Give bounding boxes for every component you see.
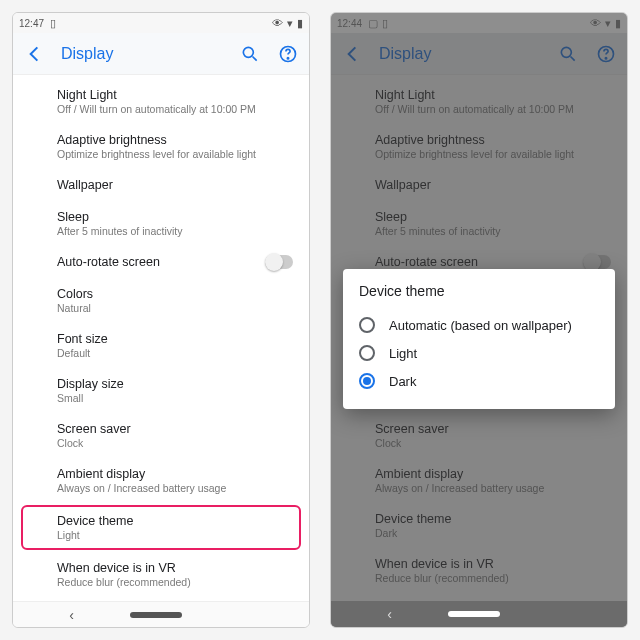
item-vr[interactable]: When device is in VR Reduce blur (recomm… <box>13 552 309 597</box>
item-vr[interactable]: When device is in VR Reduce blur (recomm… <box>331 548 627 593</box>
item-title: Night Light <box>375 88 613 102</box>
device-theme-dialog: Device theme Automatic (based on wallpap… <box>343 269 615 409</box>
item-sub: Clock <box>57 437 295 449</box>
clock: 12:47 <box>19 18 44 29</box>
item-sub: Reduce blur (recommended) <box>375 572 613 584</box>
item-sub: Light <box>57 529 287 541</box>
nav-bar: ‹ <box>13 601 309 627</box>
toggle-switch[interactable] <box>583 255 611 269</box>
app-bar: Display <box>13 33 309 75</box>
wifi-icon: ▾ <box>605 18 611 29</box>
svg-point-3 <box>561 47 571 57</box>
image-icon: ▢ <box>368 18 378 29</box>
item-sub: After 5 minutes of inactivity <box>375 225 613 237</box>
nav-back-icon[interactable]: ‹ <box>69 607 74 623</box>
phone-right: 12:44 ▢ ▯ 👁 ▾ ▮ Display Night Light Off … <box>330 12 628 628</box>
option-automatic[interactable]: Automatic (based on wallpaper) <box>359 311 599 339</box>
item-sub: Off / Will turn on automatically at 10:0… <box>57 103 295 115</box>
radio-icon[interactable] <box>359 373 375 389</box>
option-dark[interactable]: Dark <box>359 367 599 395</box>
item-title: Sleep <box>375 210 613 224</box>
page-title: Display <box>379 45 431 63</box>
item-title: Adaptive brightness <box>375 133 613 147</box>
item-screen-saver[interactable]: Screen saver Clock <box>13 413 309 458</box>
item-title: Ambient display <box>57 467 295 481</box>
radio-icon[interactable] <box>359 345 375 361</box>
item-sleep[interactable]: Sleep After 5 minutes of inactivity <box>331 201 627 246</box>
item-device-theme[interactable]: Device theme Light <box>21 505 301 550</box>
status-bar: 12:44 ▢ ▯ 👁 ▾ ▮ <box>331 13 627 33</box>
item-sub: Natural <box>57 302 295 314</box>
page-title: Display <box>61 45 113 63</box>
item-wallpaper[interactable]: Wallpaper <box>331 169 627 201</box>
nav-home-pill[interactable] <box>448 611 500 617</box>
status-bar: 12:47 ▯ 👁 ▾ ▮ <box>13 13 309 33</box>
settings-list[interactable]: Night Light Off / Will turn on automatic… <box>13 75 309 601</box>
item-ambient-display[interactable]: Ambient display Always on / Increased ba… <box>13 458 309 503</box>
back-button[interactable] <box>23 43 45 65</box>
item-adaptive-brightness[interactable]: Adaptive brightness Optimize brightness … <box>331 124 627 169</box>
item-sleep[interactable]: Sleep After 5 minutes of inactivity <box>13 201 309 246</box>
item-sub: Default <box>57 347 295 359</box>
item-title: Auto-rotate screen <box>375 255 583 269</box>
option-label: Light <box>389 346 417 361</box>
portrait-icon: ▯ <box>382 18 388 29</box>
eye-icon: 👁 <box>272 18 283 29</box>
item-sub: Clock <box>375 437 613 449</box>
item-title: Display size <box>57 377 295 391</box>
item-title: Screen saver <box>57 422 295 436</box>
item-sub: Always on / Increased battery usage <box>57 482 295 494</box>
item-title: Ambient display <box>375 467 613 481</box>
item-title: When device is in VR <box>57 561 295 575</box>
battery-icon: ▮ <box>297 18 303 29</box>
item-wallpaper[interactable]: Wallpaper <box>13 169 309 201</box>
radio-icon[interactable] <box>359 317 375 333</box>
clock: 12:44 <box>337 18 362 29</box>
item-sub: Optimize brightness level for available … <box>57 148 295 160</box>
svg-point-0 <box>243 47 253 57</box>
item-title: Device theme <box>375 512 613 526</box>
item-colors[interactable]: Colors Natural <box>13 278 309 323</box>
item-title: Screen saver <box>375 422 613 436</box>
battery-icon: ▮ <box>615 18 621 29</box>
item-night-light[interactable]: Night Light Off / Will turn on automatic… <box>331 79 627 124</box>
item-title: Adaptive brightness <box>57 133 295 147</box>
help-button[interactable] <box>277 43 299 65</box>
option-label: Dark <box>389 374 416 389</box>
item-title: Device theme <box>57 514 287 528</box>
nav-back-icon[interactable]: ‹ <box>387 606 392 622</box>
item-sub: Dark <box>375 527 613 539</box>
item-sub: After 5 minutes of inactivity <box>57 225 295 237</box>
back-button[interactable] <box>341 43 363 65</box>
item-display-size[interactable]: Display size Small <box>13 368 309 413</box>
search-button[interactable] <box>239 43 261 65</box>
item-title: Auto-rotate screen <box>57 255 265 269</box>
item-auto-rotate[interactable]: Auto-rotate screen <box>13 246 309 278</box>
nav-home-pill[interactable] <box>130 612 182 618</box>
item-title: When device is in VR <box>375 557 613 571</box>
svg-point-5 <box>605 57 606 58</box>
option-light[interactable]: Light <box>359 339 599 367</box>
item-adaptive-brightness[interactable]: Adaptive brightness Optimize brightness … <box>13 124 309 169</box>
item-sub: Reduce blur (recommended) <box>57 576 295 588</box>
phone-left: 12:47 ▯ 👁 ▾ ▮ Display Night Light Off / … <box>12 12 310 628</box>
item-ambient-display[interactable]: Ambient display Always on / Increased ba… <box>331 458 627 503</box>
item-sub: Small <box>57 392 295 404</box>
item-screen-saver[interactable]: Screen saver Clock <box>331 413 627 458</box>
item-sub: Always on / Increased battery usage <box>375 482 613 494</box>
nav-bar: ‹ <box>331 601 627 627</box>
option-label: Automatic (based on wallpaper) <box>389 318 572 333</box>
app-bar: Display <box>331 33 627 75</box>
help-button[interactable] <box>595 43 617 65</box>
item-device-theme[interactable]: Device theme Dark <box>331 503 627 548</box>
svg-point-2 <box>287 57 288 58</box>
item-night-light[interactable]: Night Light Off / Will turn on automatic… <box>13 79 309 124</box>
item-title: Sleep <box>57 210 295 224</box>
item-sub: Off / Will turn on automatically at 10:0… <box>375 103 613 115</box>
item-font-size[interactable]: Font size Default <box>13 323 309 368</box>
item-title: Night Light <box>57 88 295 102</box>
portrait-icon: ▯ <box>50 18 56 29</box>
eye-icon: 👁 <box>590 18 601 29</box>
toggle-switch[interactable] <box>265 255 293 269</box>
search-button[interactable] <box>557 43 579 65</box>
